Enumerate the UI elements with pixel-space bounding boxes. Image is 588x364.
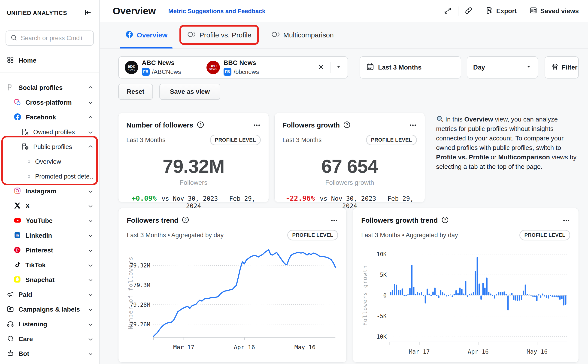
- sidebar-item-linkedin[interactable]: in LinkedIn: [0, 228, 99, 243]
- export-label: Export: [496, 7, 517, 15]
- tab-label: Profile vs. Profile: [199, 31, 251, 39]
- export-button[interactable]: Export: [485, 6, 517, 16]
- facebook-icon: [125, 30, 134, 40]
- overview-info-note: In this Overview view, you can analyze m…: [436, 115, 579, 171]
- filter-label: Filter: [562, 64, 577, 71]
- sidebar-item-youtube[interactable]: YouTube: [0, 213, 99, 228]
- help-icon[interactable]: ?: [181, 216, 189, 225]
- tab-profile-vs-profile[interactable]: Profile vs. Profile: [187, 22, 251, 48]
- tab-multicomparison[interactable]: Multicomparison: [271, 22, 334, 48]
- magnifier-icon: [436, 116, 445, 123]
- card-title: Followers trend: [127, 216, 178, 224]
- calendar-icon: [366, 63, 374, 72]
- sidebar-item-x[interactable]: X: [0, 199, 99, 213]
- search-icon: [10, 34, 18, 42]
- sidebar-item-snapchat[interactable]: Snapchat: [0, 273, 99, 287]
- chevron-down-icon: [87, 351, 94, 357]
- card-menu-icon[interactable]: [562, 216, 570, 224]
- sidebar-item-label: Paid: [19, 291, 32, 299]
- youtube-icon: [13, 216, 22, 225]
- tab-overview[interactable]: Overview: [125, 22, 168, 48]
- expand-icon[interactable]: [444, 6, 452, 16]
- sidebar-item-bot[interactable]: Bot: [0, 346, 99, 361]
- svg-text:Number of followers: Number of followers: [127, 256, 134, 329]
- sidebar-item-label: Home: [19, 57, 37, 64]
- sidebar-item-public-profiles[interactable]: Public profiles: [0, 139, 99, 154]
- card-menu-icon[interactable]: [409, 121, 417, 129]
- sidebar-item-owned-profiles[interactable]: Owned profiles: [0, 125, 99, 139]
- sidebar-item-social-profiles[interactable]: Social profiles: [0, 80, 99, 95]
- caret-down-icon[interactable]: [336, 64, 342, 71]
- sidebar-item-care[interactable]: Care: [0, 332, 99, 346]
- delta-context: vs Nov 30, 2023 - Feb 29, 2024: [320, 195, 414, 209]
- card-menu-icon[interactable]: [253, 121, 261, 129]
- bullet-square-icon: [28, 175, 30, 178]
- cross-platform-icon: [13, 98, 21, 107]
- profile-handle: /bbcnews: [234, 68, 259, 76]
- chevron-down-icon: [87, 336, 94, 342]
- card-title: Followers growth trend: [361, 216, 438, 224]
- svg-text:in: in: [16, 233, 19, 237]
- profile-level-badge: PROFILE LEVEL: [519, 230, 570, 240]
- help-icon[interactable]: ?: [197, 121, 204, 130]
- sidebar-item-overview[interactable]: Overview: [0, 154, 99, 169]
- svg-text:?: ?: [346, 123, 348, 127]
- sidebar-item-tiktok[interactable]: TikTok: [0, 258, 99, 273]
- aggregation-dropdown[interactable]: Day: [467, 56, 538, 78]
- sidebar-search[interactable]: [6, 31, 94, 46]
- chevron-up-icon: [87, 84, 94, 91]
- reset-button[interactable]: Reset: [118, 84, 153, 100]
- note-bold: Multicomparison: [498, 154, 550, 161]
- pinterest-icon: P: [13, 246, 21, 255]
- svg-text:?: ?: [444, 218, 446, 222]
- selector-divider: [330, 62, 330, 73]
- sidebar-item-facebook[interactable]: Facebook: [0, 110, 99, 125]
- collapse-sidebar-button[interactable]: [83, 8, 92, 18]
- header-divider: [162, 7, 162, 15]
- help-icon[interactable]: ?: [441, 216, 449, 225]
- instagram-icon: [13, 187, 21, 196]
- delta-value: -22.96%: [286, 194, 315, 202]
- saved-views-label: Saved views: [540, 7, 579, 15]
- save-as-view-button[interactable]: Save as view: [159, 84, 220, 100]
- toolbar-divider: [523, 6, 523, 16]
- card-menu-icon[interactable]: [330, 216, 338, 224]
- search-input[interactable]: [21, 35, 83, 42]
- avatar: abc NEWS: [125, 61, 138, 74]
- chevron-down-icon: [87, 277, 94, 283]
- sidebar-item-label: Overview: [35, 158, 61, 165]
- sidebar-item-listening[interactable]: Listening: [0, 317, 99, 332]
- date-range-picker[interactable]: Last 3 Months: [360, 56, 461, 78]
- card-title: Followers growth: [283, 121, 340, 129]
- card-period: Last 3 Months • Aggregated by day: [127, 232, 224, 239]
- sidebar-item-label: Instagram: [26, 188, 56, 195]
- chevron-down-icon: [87, 247, 94, 254]
- brand-logo: UNIFIED ANALYTICS: [7, 10, 67, 16]
- svg-text:79.3M: 79.3M: [133, 282, 150, 288]
- help-icon[interactable]: ?: [343, 121, 351, 130]
- chevron-down-icon: [87, 99, 94, 106]
- sidebar-item-promoted-post-detection[interactable]: Promoted post dete…: [0, 169, 99, 184]
- share-link-icon[interactable]: [465, 6, 473, 16]
- chevron-down-icon: [87, 129, 94, 135]
- saved-views-button[interactable]: Saved views: [529, 6, 579, 16]
- clear-selection-icon[interactable]: [317, 63, 325, 72]
- sidebar-item-paid[interactable]: Paid: [0, 287, 99, 302]
- chevron-up-icon: [87, 144, 94, 150]
- filter-button[interactable]: Filter: [545, 56, 579, 78]
- sidebar-item-home[interactable]: Home: [6, 54, 99, 67]
- robot-icon: [6, 350, 14, 358]
- sidebar-item-pinterest[interactable]: P Pinterest: [0, 243, 99, 258]
- delta-value: +0.09%: [132, 194, 157, 202]
- profile-selector[interactable]: abc NEWS ABC News FB /ABCNews: [118, 56, 348, 78]
- svg-text:?: ?: [184, 218, 187, 222]
- owned-profiles-icon: [21, 128, 29, 136]
- snapchat-icon: [13, 276, 21, 284]
- grid-icon: [6, 56, 14, 65]
- metric-suggestions-link[interactable]: Metric Suggestions and Feedback: [168, 8, 265, 15]
- svg-text:Mar 17: Mar 17: [173, 344, 194, 351]
- bullet-square-icon: [28, 161, 30, 163]
- sidebar-item-campaigns-labels[interactable]: Campaigns & labels: [0, 302, 99, 317]
- sidebar-item-cross-platform[interactable]: Cross-platform: [0, 95, 99, 110]
- sidebar-item-instagram[interactable]: Instagram: [0, 184, 99, 199]
